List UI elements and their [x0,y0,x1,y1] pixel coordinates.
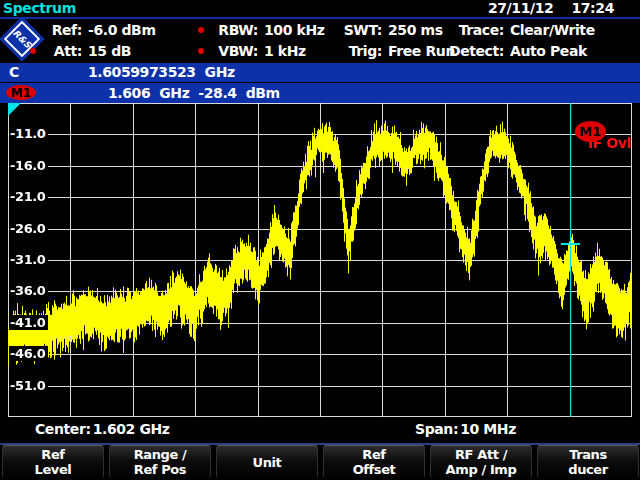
setting-value: Clear/Write [510,22,595,38]
softkey-label-line: Unit [253,455,282,470]
setting-label: VBW: [210,43,258,59]
marker-m1-flag[interactable]: M1 [575,121,606,142]
y-axis-label: -41.0 [9,315,48,330]
softkey-label-line: Amp / Imp [446,462,517,477]
graticule: IF Ovl M1 -11.0-16.0-21.0-26.0-31.0-36.0… [8,103,632,417]
coupled-indicator-dot [30,48,36,54]
setting-label: Detect: [446,43,504,59]
marker-readout-row: M1 1.606 GHz -28.4 dBm [0,83,640,103]
softkey-label-line: Level [35,462,72,477]
span-value: 10 MHz [460,421,516,437]
setting-label: Trig: [338,43,382,59]
datetime: 27/11/12 17:24 [488,0,614,17]
softkey-label-line: RF Att / [455,447,507,462]
status-row: Center: 1.602 GHz Span: 10 MHz [0,420,640,441]
setting-value: -6.0 dBm [88,22,156,38]
softkey-unit[interactable]: Unit [216,445,318,478]
mode-title: Spectrum [3,0,76,17]
y-axis-label: -36.0 [9,283,48,298]
y-axis-label: -51.0 [9,378,48,393]
center-label: Center: [35,421,91,437]
softkey-label-line: Trans [569,447,607,462]
setting-value: 15 dB [88,43,131,59]
setting-value: Free Run [388,43,455,59]
softkey-label-line: Ref [41,447,64,462]
trigger-setting: Trig: Free Run [338,42,455,60]
counter-value: 1.6059973523 GHz [88,64,235,80]
softkey-label-line: Offset [353,462,396,477]
y-axis-label: -11.0 [9,126,48,141]
spectrum-analyzer-screen: Spectrum 27/11/12 17:24 R&S Ref: -6.0 dB… [0,0,640,480]
counter-label: C [9,64,19,80]
detector-setting: Detect: Auto Peak [446,42,587,60]
rbw-setting: RBW: 100 kHz [198,21,324,39]
trigger-corner-icon [8,103,21,116]
softkey-label-line: Ref Pos [134,462,186,477]
center-frequency: Center: 1.602 GHz [35,421,170,437]
frequency-counter-row: C 1.6059973523 GHz [0,63,640,82]
y-axis-label: -46.0 [9,346,48,361]
header-divider [0,17,640,19]
header-row: Spectrum 27/11/12 17:24 [0,0,640,17]
setting-label: SWT: [338,22,382,38]
y-axis-label: -31.0 [9,252,48,267]
softkey-transducer[interactable]: Trans ducer [537,445,639,478]
setting-value: 100 kHz [264,22,324,38]
span-readout: Span: 10 MHz [415,421,516,437]
y-axis-label: -16.0 [9,158,48,173]
softkey-rf-att-amp-imp[interactable]: RF Att / Amp / Imp [430,445,532,478]
marker-m1-badge: M1 [6,85,36,100]
setting-value: 250 ms [388,22,443,38]
setting-label: Ref: [42,22,82,38]
trace-mode-setting: Trace: Clear/Write [446,21,595,39]
setting-label: Trace: [446,22,504,38]
attenuation-setting: Att: 15 dB [30,42,131,60]
setting-value: 1 kHz [264,43,306,59]
y-axis-label: -21.0 [9,189,48,204]
softkey-label-line: ducer [568,462,608,477]
setting-label: Att: [42,43,82,59]
marker-m1-value: 1.606 GHz -28.4 dBm [108,85,280,101]
setting-value: Auto Peak [510,43,587,59]
ref-level-setting: Ref: -6.0 dBm [30,21,156,39]
softkey-label-line: Ref [362,447,385,462]
softkey-label-line: Range / [134,447,187,462]
span-label: Span: [415,421,458,437]
softkey-bar: Ref Level Range / Ref Pos Unit Ref Offse… [0,445,640,478]
vbw-setting: VBW: 1 kHz [198,42,306,60]
center-value: 1.602 GHz [93,421,170,437]
time-text: 17:24 [571,0,614,17]
y-axis-label: -26.0 [9,221,48,236]
softkey-range-ref-pos[interactable]: Range / Ref Pos [109,445,211,478]
setting-label: RBW: [210,22,258,38]
spectrum-trace-canvas[interactable] [8,103,632,417]
softkey-ref-level[interactable]: Ref Level [2,445,104,478]
date-text: 27/11/12 [488,0,553,17]
softkey-ref-offset[interactable]: Ref Offset [323,445,425,478]
coupled-indicator-dot [198,27,204,33]
coupled-indicator-dot [198,48,204,54]
sweep-time-setting: SWT: 250 ms [338,21,443,39]
